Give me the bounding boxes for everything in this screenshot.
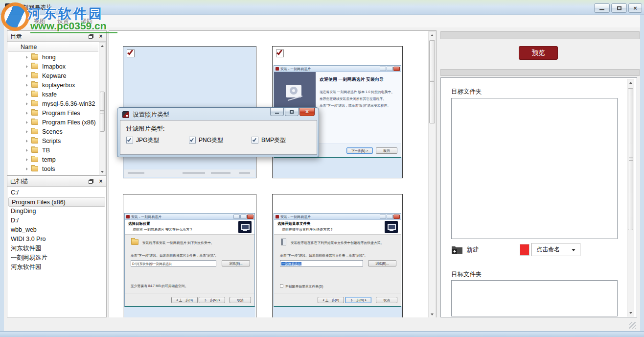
scroll-down-icon[interactable]: [628, 310, 633, 316]
check-icon: [127, 138, 131, 142]
expand-arrow-icon[interactable]: [24, 149, 29, 152]
tree-item[interactable]: hong: [8, 52, 98, 62]
scanned-list-item[interactable]: 河东软件园: [8, 263, 106, 272]
tree-scrollbar[interactable]: [99, 42, 106, 175]
folder-icon: [31, 120, 38, 125]
tree-item[interactable]: tools: [8, 164, 98, 173]
folder-icon: [31, 110, 38, 116]
page-subheading: 您想将 一刻网易选片 安装在什么地方？: [133, 227, 193, 232]
menu-item[interactable]: 设置: [51, 15, 75, 28]
dialog-minimize-button[interactable]: [270, 108, 284, 116]
scanned-list-item[interactable]: D:/: [8, 216, 106, 225]
scroll-down-icon[interactable]: [429, 311, 435, 317]
tree-item[interactable]: Program Files: [8, 108, 98, 118]
tree-item[interactable]: Scenes: [8, 127, 98, 136]
photo-checkbox[interactable]: [127, 49, 135, 57]
color-swatch[interactable]: [520, 244, 529, 256]
tree-item[interactable]: Program Files (x86): [8, 118, 98, 127]
scanned-list-item[interactable]: 河东软件园: [8, 244, 106, 253]
mini-title: 安装 - 一刻网易选片: [280, 67, 311, 72]
mini-page-body: 安装程序将安装 一刻网易选片 到下列文件夹中。 单击“下一步”继续。如果您想选择…: [125, 235, 254, 293]
target-folder-list[interactable]: [451, 98, 618, 239]
scanned-list-item[interactable]: Program Files (x86): [8, 197, 105, 207]
scanned-panel-header[interactable]: 已扫描 ×: [7, 176, 106, 187]
tree-item[interactable]: TB: [8, 145, 98, 155]
folder-icon: [31, 157, 38, 162]
target-panel-scrollbar-thumb[interactable]: [628, 88, 633, 230]
photo-thumbnail-4[interactable]: 安装 - 一刻网易选片 选择开始菜单文件夹 您想在哪里放置程序的快捷方式？ 安装…: [272, 194, 403, 318]
tree-item[interactable]: Scripts: [8, 136, 98, 145]
tree-scrollbar-thumb[interactable]: [100, 92, 105, 132]
installer-destination-screenshot: 安装 - 一刻网易选片 选择目标位置 您想将 一刻网易选片 安装在什么地方？ 安…: [124, 213, 255, 307]
dialog-close-button[interactable]: ×: [299, 108, 315, 116]
scanned-close-button[interactable]: ×: [97, 178, 104, 185]
expand-arrow-icon[interactable]: [24, 93, 29, 96]
catalog-close-button[interactable]: ×: [97, 33, 104, 40]
expand-arrow-icon[interactable]: [24, 168, 29, 170]
new-folder-button[interactable]: 新建: [451, 245, 479, 254]
tree-item[interactable]: Imapbox: [8, 62, 98, 71]
window-titlebar[interactable]: 一刻网易选片 ×: [0, 0, 644, 15]
expand-arrow-icon[interactable]: [24, 74, 29, 77]
welcome-line1: 现在将安装 一刻网易选片 版本 1.0 到您的电脑中。: [320, 90, 394, 95]
menu-bar: 视图设置帮助: [4, 15, 640, 27]
close-button[interactable]: ×: [628, 3, 642, 13]
tree-item-label: temp: [42, 156, 56, 163]
tree-column-header[interactable]: Name: [8, 42, 98, 52]
tree-item[interactable]: koplayerbox: [8, 80, 98, 90]
expand-arrow-icon[interactable]: [24, 130, 29, 133]
chevron-down-icon: [572, 249, 575, 251]
expand-arrow-icon[interactable]: [24, 140, 29, 143]
scanned-list-item[interactable]: 一刻网易选片: [8, 253, 106, 263]
scanned-list-item[interactable]: C:/: [8, 188, 106, 197]
folder-icon: [31, 129, 38, 134]
dialog-maximize-button[interactable]: [285, 108, 299, 116]
catalog-float-button[interactable]: [88, 33, 94, 40]
scroll-up-icon[interactable]: [100, 43, 105, 49]
next-button: 下一步(N) >: [345, 297, 371, 303]
app-window: 一刻网易选片 × 视图设置帮助 河东软件园 www.pc0359.cn 目录 ×…: [0, 0, 644, 337]
minimize-button[interactable]: [594, 3, 610, 13]
cancel-button: 取消: [376, 297, 397, 303]
target-folder-label: 目标文件夹: [451, 88, 482, 96]
scroll-down-icon[interactable]: [100, 168, 105, 175]
scroll-up-icon[interactable]: [628, 79, 633, 86]
scanned-list-item[interactable]: DingDing: [8, 207, 106, 216]
expand-arrow-icon[interactable]: [24, 84, 29, 87]
menu-item[interactable]: 视图: [28, 15, 51, 28]
mini-titlebar: 安装 - 一刻网易选片: [125, 214, 254, 220]
scanned-list-item[interactable]: WIDI 3.0 Pro: [8, 235, 106, 244]
expand-arrow-icon[interactable]: [24, 56, 29, 59]
mini-page-header: 选择目标位置 您想将 一刻网易选片 安装在什么地方？: [125, 220, 254, 235]
expand-arrow-icon[interactable]: [24, 102, 29, 105]
preview-button[interactable]: 预览: [519, 46, 558, 60]
expand-arrow-icon[interactable]: [24, 158, 29, 161]
target-panel-scrollbar[interactable]: [627, 79, 634, 316]
expand-arrow-icon[interactable]: [24, 65, 29, 68]
expand-arrow-icon[interactable]: [24, 112, 29, 115]
photo-grid-scrollbar[interactable]: [428, 31, 436, 318]
target-folder-list-2[interactable]: [451, 280, 618, 316]
filter-type-checkbox[interactable]: JPG类型: [126, 136, 159, 144]
tree-item[interactable]: ksafe: [8, 90, 98, 99]
tree-item[interactable]: mysql-5.6.36-win32: [8, 99, 98, 108]
scanned-list-item[interactable]: wbb_web: [8, 225, 106, 235]
tree-item[interactable]: temp: [8, 155, 98, 164]
resize-grip-icon[interactable]: [629, 322, 636, 329]
scanned-float-button[interactable]: [88, 178, 94, 185]
name-dropdown[interactable]: 点击命名: [531, 243, 580, 256]
tree-item[interactable]: Kepware: [8, 71, 98, 80]
filter-type-checkbox[interactable]: PNG类型: [189, 136, 223, 144]
mini-minimize-icon: [380, 215, 386, 219]
catalog-panel-header[interactable]: 目录 ×: [7, 31, 106, 42]
restore-button[interactable]: [611, 3, 627, 13]
photo-checkbox[interactable]: [276, 49, 284, 57]
folder-icon: [31, 147, 38, 153]
scroll-up-icon[interactable]: [429, 32, 435, 38]
filter-type-checkbox[interactable]: BMP类型: [252, 136, 286, 144]
menu-item[interactable]: 帮助: [75, 15, 98, 28]
photo-grid-scrollbar-thumb[interactable]: [429, 40, 435, 123]
window-title: 一刻网易选片: [17, 3, 52, 12]
expand-arrow-icon[interactable]: [24, 121, 29, 124]
photo-thumbnail-3[interactable]: 安装 - 一刻网易选片 选择目标位置 您想将 一刻网易选片 安装在什么地方？ 安…: [123, 194, 256, 318]
